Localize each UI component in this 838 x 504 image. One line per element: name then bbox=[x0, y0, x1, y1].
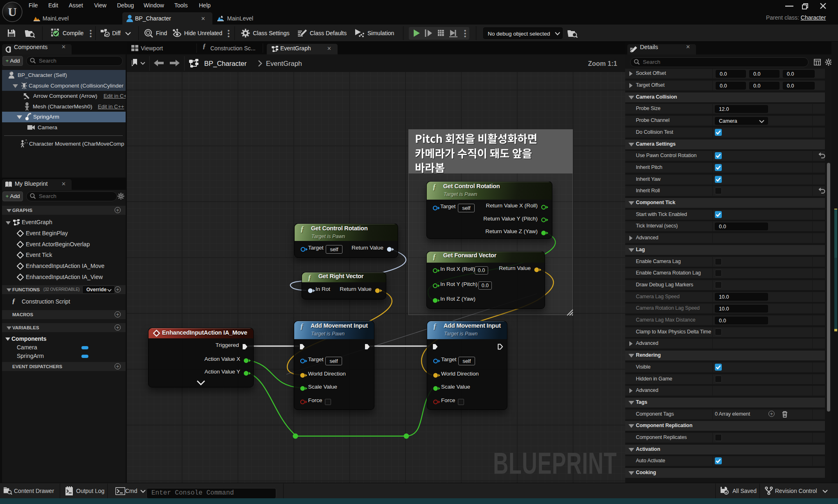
svg-text:U: U bbox=[8, 5, 17, 18]
